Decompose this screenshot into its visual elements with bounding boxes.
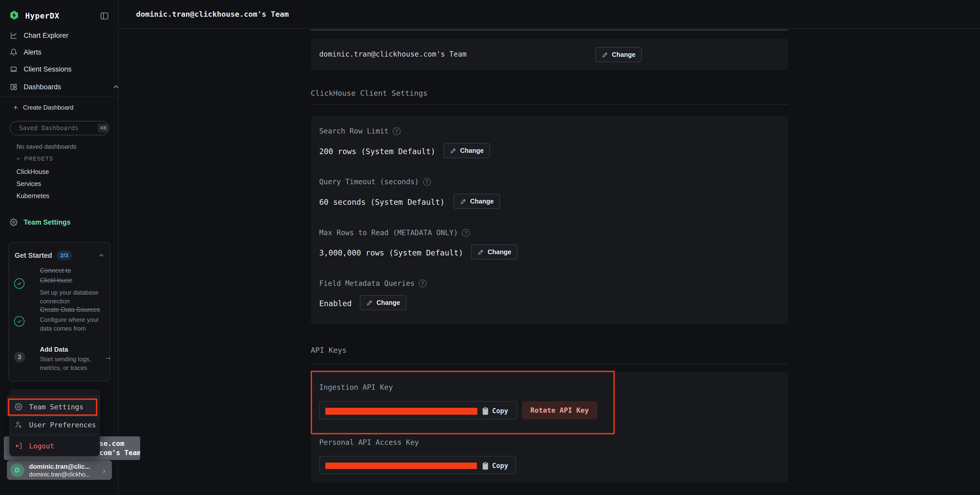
help-icon[interactable]: ? [423, 178, 431, 186]
sidebar-item-client-sessions[interactable]: Client Sessions [10, 64, 72, 74]
menu-item-user-preferences[interactable]: User Preferences [15, 419, 96, 430]
pencil-icon [366, 299, 373, 306]
get-started-item-add-data[interactable]: 3 Add Data Start sending logs, metrics, … [14, 344, 107, 376]
pencil-icon [477, 249, 484, 255]
pencil-icon [601, 51, 608, 58]
dashboard-grid-icon [10, 83, 18, 91]
setting-label-field-metadata: Field Metadata Queries ? [319, 279, 426, 288]
section-divider [311, 104, 788, 105]
sidebar-item-chart-explorer[interactable]: Chart Explorer [10, 30, 68, 41]
setting-value-field-metadata: Enabled [319, 299, 352, 308]
tooltip-line: com's Team [99, 449, 140, 457]
setting-value-max-rows: 3,000,000 rows (System Default) [319, 248, 463, 257]
get-started-item-desc: Start sending logs, metrics, or traces [40, 355, 104, 372]
page-title: dominic.tran@clickhouse.com's Team [136, 10, 289, 19]
user-profile-button[interactable]: D dominic.tran@clic... dominic.tran@clic… [7, 460, 112, 480]
logout-icon [15, 442, 22, 450]
api-keys-card: Ingestion API Key Copy Rotate API Key Pe… [311, 372, 788, 482]
team-name-value: dominic.tran@clickhouse.com's Team [319, 50, 466, 58]
create-dashboard-button[interactable]: + Create Dashboard [13, 103, 73, 112]
saved-dashboards-search[interactable]: ⌘K [10, 121, 109, 135]
copy-personal-key-button[interactable]: Copy [482, 460, 508, 471]
sidebar-collapse-icon[interactable] [99, 11, 110, 21]
get-started-item-sources[interactable]: Create Data Sources Configure where your… [14, 305, 107, 350]
step-number-badge: 3 [14, 352, 25, 363]
preset-clickhouse[interactable]: ClickHouse [16, 168, 49, 175]
personal-api-key-field: Copy [319, 456, 516, 474]
sidebar-item-label: Alerts [24, 48, 41, 56]
ingestion-api-key-field: Copy [319, 401, 517, 419]
menu-item-label: User Preferences [29, 421, 96, 429]
copy-ingestion-key-button[interactable]: Copy [482, 405, 508, 417]
bell-icon [10, 48, 18, 56]
search-input[interactable] [19, 124, 98, 132]
get-started-item-title: Connect to ClickHouse [40, 266, 103, 285]
user-gear-icon [15, 421, 22, 429]
plus-icon: + [13, 104, 18, 111]
chevron-up-icon[interactable] [112, 83, 120, 91]
team-settings-label: Team Settings [24, 218, 71, 226]
pencil-icon [450, 147, 457, 154]
setting-label-max-rows: Max Rows to Read (METADATA ONLY) ? [319, 228, 470, 237]
hyperdx-logo-icon [9, 10, 19, 20]
presets-label: PRESETS [24, 155, 53, 162]
presets-toggle[interactable]: PRESETS [16, 155, 53, 162]
help-icon[interactable]: ? [393, 127, 401, 135]
menu-item-logout[interactable]: Logout [15, 440, 54, 452]
sidebar-item-label: Chart Explorer [24, 32, 68, 40]
profile-title: dominic.tran@clic... [29, 463, 90, 470]
gear-icon [10, 218, 18, 226]
menu-divider [10, 435, 98, 435]
get-started-header[interactable]: Get Started 2/3 [15, 251, 105, 260]
check-circle-icon [14, 279, 24, 289]
sidebar-item-label: Client Sessions [24, 65, 72, 73]
rotate-api-key-button[interactable]: Rotate API Key [522, 401, 597, 419]
setting-value-query-timeout: 60 seconds (System Default) [319, 197, 445, 207]
keyboard-shortcut-badge: ⌘K [98, 124, 109, 132]
chart-line-icon [10, 32, 18, 39]
sidebar-item-alerts[interactable]: Alerts [10, 47, 41, 57]
tooltip-line: se.com [99, 439, 124, 447]
chevron-up-icon [98, 252, 105, 259]
help-icon[interactable]: ? [462, 229, 470, 237]
section-title-api-keys: API Keys [311, 346, 347, 355]
get-started-item-title: Add Data [40, 344, 103, 354]
chevron-down-icon [16, 156, 21, 162]
change-query-timeout-button[interactable]: Change [453, 194, 500, 209]
preset-services[interactable]: Services [16, 180, 41, 188]
laptop-icon [10, 65, 18, 73]
sidebar-item-team-settings[interactable]: Team Settings [10, 217, 71, 228]
section-title-client-settings: ClickHouse Client Settings [311, 89, 428, 97]
sidebar-item-dashboards[interactable]: Dashboards [10, 82, 61, 92]
avatar: D [10, 463, 24, 477]
client-settings-card: Search Row Limit ? 200 rows (System Defa… [311, 116, 788, 324]
sidebar-header: HyperDX [0, 0, 119, 25]
section-divider [311, 364, 788, 364]
scrolled-card-edge [310, 29, 788, 30]
clipboard-icon [482, 406, 489, 415]
progress-badge: 2/3 [57, 251, 72, 260]
check-circle-icon [14, 316, 24, 326]
get-started-title: Get Started [15, 251, 52, 259]
get-started-item-desc: Configure where your data comes from [40, 315, 105, 333]
get-started-card: Get Started 2/3 Connect to ClickHouse Se… [8, 242, 110, 381]
change-max-rows-button[interactable]: Change [471, 244, 517, 259]
redacted-api-key [325, 408, 477, 415]
setting-label-query-timeout: Query Timeout (seconds) ? [319, 178, 431, 186]
help-icon[interactable]: ? [419, 280, 426, 287]
clipboard-icon [482, 461, 489, 470]
change-team-name-button[interactable]: Change [595, 47, 642, 62]
pencil-icon [460, 198, 466, 205]
ingestion-api-key-label: Ingestion API Key [319, 383, 393, 392]
change-field-metadata-button[interactable]: Change [360, 295, 406, 310]
app-title: HyperDX [25, 11, 59, 20]
change-search-row-limit-button[interactable]: Change [444, 143, 490, 158]
preset-kubernetes[interactable]: Kubernetes [16, 192, 49, 200]
page-header: dominic.tran@clickhouse.com's Team [119, 0, 980, 29]
menu-item-team-settings[interactable]: Team Settings [15, 401, 83, 412]
create-dashboard-label: Create Dashboard [23, 104, 73, 111]
sidebar-divider [0, 96, 119, 97]
sidebar-item-label: Dashboards [24, 83, 61, 91]
no-saved-dashboards-text: No saved dashboards [16, 143, 76, 150]
main-content: dominic.tran@clickhouse.com's Team domin… [119, 0, 980, 495]
